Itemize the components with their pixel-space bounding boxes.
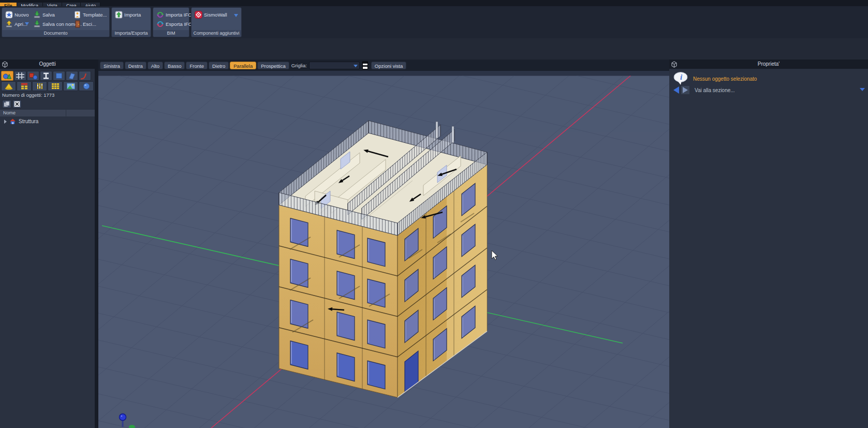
sections-dropdown-icon[interactable]: [860, 88, 865, 91]
objects-tabs-row1: [1, 71, 91, 81]
beam-section-icon: [41, 72, 51, 80]
ribbon: NuovoSalvaTemplate...Apri...Salva con no…: [0, 6, 868, 38]
open-dropdown-icon[interactable]: [25, 22, 29, 25]
section-navigation: Vai alla sezione...: [673, 85, 864, 95]
import-icon: [115, 11, 123, 19]
ribbon-group-importa-esporta: ImportaImporta/Esporta: [111, 7, 151, 37]
properties-panel-title: Proprieta': [758, 61, 780, 67]
ribbon-group-documento: NuovoSalvaTemplate...Apri...Salva con no…: [2, 7, 110, 37]
tilted-panel-icon: [67, 72, 77, 80]
structure-house-icon: [9, 118, 16, 125]
sismowall-icon: [195, 11, 202, 19]
objects-tab-image[interactable]: [63, 81, 78, 91]
objects-tab-beam-section[interactable]: [40, 71, 52, 81]
ribbon-button-importa[interactable]: Importa: [115, 10, 141, 19]
ribbon-button-esci[interactable]: Esci...: [73, 20, 96, 28]
delete-button[interactable]: [12, 100, 22, 108]
objects-tab-sphere[interactable]: [79, 81, 94, 91]
plate-icon: [54, 72, 64, 80]
save-icon: [33, 11, 41, 19]
calc-grid-icon: [19, 82, 30, 90]
objects-tab-solid-objects[interactable]: [27, 71, 39, 81]
ribbon-button-apri[interactable]: Apri...: [5, 20, 27, 28]
view-button-dietro[interactable]: Dietro: [209, 62, 229, 69]
curve-ramp-icon: [80, 72, 90, 80]
new-icon: [5, 11, 13, 19]
objects-tab-tilted-panel[interactable]: [66, 71, 78, 81]
save-icon: [33, 20, 41, 28]
dropdown-arrow-icon: [354, 65, 358, 67]
mouse-cursor: [492, 250, 498, 260]
ribbon-button-template[interactable]: Template...: [73, 10, 107, 19]
objects-panel-header: Oggetti: [0, 60, 95, 69]
ribbon-button-esporta-ifc[interactable]: Esporta IFC: [156, 20, 192, 28]
view-button-destra[interactable]: Destra: [125, 62, 146, 69]
export-ifc-icon: [156, 20, 164, 28]
ribbon-group-label: BIM: [153, 30, 189, 37]
objects-tabs-row2: [1, 81, 94, 91]
next-section-button[interactable]: [681, 86, 689, 94]
ribbon-button-label: Importa: [124, 12, 141, 18]
view-button-alto[interactable]: Alto: [148, 62, 163, 69]
ribbon-button-label: SismoWall: [204, 12, 227, 18]
import-ifc-icon: [156, 11, 164, 19]
selection-info: i Nessun oggetto selezionato: [673, 72, 757, 85]
view-button-prospettica[interactable]: Prospettica: [257, 62, 289, 69]
duplicate-button[interactable]: [2, 100, 11, 108]
tree-item-label: Struttura: [19, 119, 38, 124]
ribbon-button-nuovo[interactable]: Nuovo: [5, 10, 28, 19]
image-icon: [66, 82, 76, 90]
sphere-icon: [81, 82, 92, 90]
objects-tab-grid-axes[interactable]: [14, 71, 26, 81]
origin-axis-gizmo: [120, 414, 136, 428]
objects-tab-cone[interactable]: [1, 81, 16, 91]
template-icon: [73, 11, 81, 19]
objects-tab-cell-grid[interactable]: [48, 81, 63, 91]
objects-tab-draw-shapes[interactable]: [1, 71, 13, 81]
viewport-3d-canvas[interactable]: [98, 71, 669, 428]
view-button-fronte[interactable]: Fronte: [186, 62, 207, 69]
ribbon-group-label: Documento: [2, 30, 109, 37]
view-button-basso[interactable]: Basso: [164, 62, 185, 69]
panel-divider[interactable]: [95, 60, 98, 428]
column-nome: Nome: [0, 110, 66, 116]
ribbon-group-label: Importa/Esporta: [112, 30, 151, 37]
properties-panel-header: Proprieta': [669, 60, 868, 69]
split-view-icon-button[interactable]: [362, 62, 368, 69]
panel-cube-icon[interactable]: [2, 61, 8, 71]
ribbon-button-label: Nuovo: [14, 12, 28, 18]
info-bubble-icon: i: [673, 72, 689, 85]
ribbon-button-salva[interactable]: Salva: [33, 10, 55, 19]
panel-cube-icon[interactable]: [671, 61, 678, 71]
ribbon-button-importa-ifc[interactable]: Importa IFC: [156, 10, 192, 19]
grid-axes-icon: [15, 72, 25, 80]
ribbon-button-label: Importa IFC: [166, 12, 192, 18]
expander-icon[interactable]: [4, 120, 7, 124]
objects-tab-bar-chart[interactable]: [32, 81, 47, 91]
objects-tab-calc-grid[interactable]: [17, 81, 32, 91]
objects-tab-curve-ramp[interactable]: [79, 71, 91, 81]
solid-objects-icon: [28, 72, 38, 80]
no-selection-message: Nessun oggetto selezionato: [693, 76, 757, 82]
grid-label: Griglia:: [291, 63, 307, 68]
cone-icon: [4, 82, 14, 90]
ribbon-button-label: Esci...: [83, 21, 96, 27]
properties-panel: Proprieta' i Nessun oggetto selezionato …: [669, 60, 868, 428]
grid-dropdown[interactable]: [309, 62, 360, 69]
tree-column-header[interactable]: Nome: [0, 110, 95, 116]
group-dropdown-icon[interactable]: [234, 14, 238, 17]
building-model-render: [98, 71, 669, 428]
objects-tab-plate[interactable]: [53, 71, 65, 81]
draw-shapes-icon: [2, 72, 12, 80]
view-button-sinistra[interactable]: Sinistra: [100, 62, 124, 69]
prev-section-button[interactable]: [673, 86, 679, 94]
bar-chart-icon: [35, 82, 45, 90]
open-icon: [5, 20, 13, 28]
tree-item-struttura[interactable]: Struttura: [0, 117, 95, 125]
ribbon-button-sismowall[interactable]: SismoWall: [195, 10, 227, 19]
ribbon-button-label: Salva: [42, 12, 55, 18]
view-options-button[interactable]: Opzioni vista: [371, 62, 406, 69]
ribbon-group-componenti-aggiuntivi: SismoWallComponenti aggiuntivi: [191, 7, 242, 37]
view-button-parallela[interactable]: Parallela: [230, 62, 256, 69]
menu-bar: FileModificaVistaCreaAiuto: [0, 0, 868, 6]
